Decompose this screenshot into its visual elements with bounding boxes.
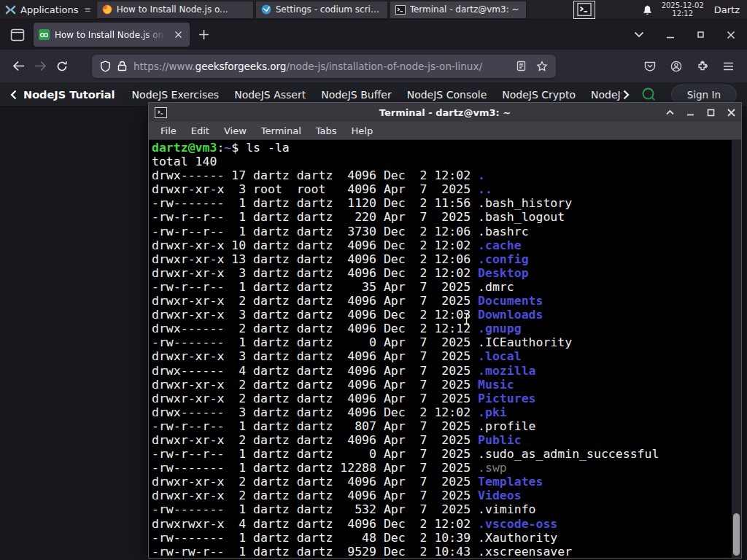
file-name: .mozilla (478, 364, 535, 378)
minimize-window-button[interactable] (686, 109, 694, 116)
url-bar[interactable]: https://www.geeksforgeeks.org/node-js/in… (92, 55, 556, 78)
terminal-listing-line: drwx------ 4 dartz dartz 4096 Apr 7 2025… (152, 364, 741, 378)
pocket-icon[interactable] (644, 61, 656, 71)
terminal-scrollbar[interactable] (732, 140, 741, 558)
notification-bell-icon[interactable] (642, 4, 653, 15)
terminal-menu-help[interactable]: Help (344, 125, 381, 136)
nav-item[interactable]: NodeJS Exercises (132, 89, 220, 101)
scrollbar-thumb[interactable] (733, 513, 740, 556)
file-name: .bash_logout (478, 210, 565, 224)
terminal-listing-line: drwxr-xr-x 3 dartz dartz 4096 Apr 7 2025… (152, 349, 741, 363)
terminal-menu-tabs[interactable]: Tabs (309, 125, 344, 136)
extensions-puzzle-icon[interactable] (697, 61, 708, 72)
chevron-right-icon[interactable] (623, 90, 630, 100)
file-name: .cache (478, 238, 522, 252)
terminal-menu-view[interactable]: View (217, 125, 254, 136)
terminal-listing-line: -rw-r--r-- 1 dartz dartz 35 Apr 7 2025 .… (152, 280, 741, 294)
file-name: .bashrc (478, 225, 529, 238)
panel-clock[interactable]: 2025-12-02 12:12 (662, 1, 704, 18)
clock-time: 12:12 (662, 9, 704, 18)
terminal-listing-line: drwxrwxr-x 4 dartz dartz 4096 Dec 2 12:0… (152, 517, 741, 531)
close-window-button[interactable] (727, 109, 735, 117)
nav-item[interactable]: NodeJS Console (407, 89, 487, 101)
terminal-listing-line: drwxr-xr-x 10 dartz dartz 4096 Dec 2 12:… (152, 238, 741, 252)
terminal-window: Terminal - dartz@vm3: ~ FileEditViewTerm… (148, 102, 742, 559)
tray-terminal-icon[interactable] (573, 1, 595, 19)
bookmark-star-icon[interactable] (536, 61, 548, 72)
tab-list-chevron-icon[interactable] (634, 31, 644, 38)
codium-icon (261, 4, 271, 15)
terminal-menu-terminal[interactable]: Terminal (254, 125, 309, 136)
maximize-window-button[interactable] (707, 109, 715, 117)
file-name: .ICEauthority (478, 335, 572, 349)
tab-close-icon[interactable] (171, 28, 185, 42)
taskbar-button-label: How to Install Node.js o... (117, 4, 228, 15)
firefox-view-icon[interactable] (10, 28, 25, 42)
reload-button[interactable] (51, 55, 73, 77)
nav-back-label: NodeJS Tutorial (23, 89, 115, 101)
file-name: .dmrc (478, 280, 514, 294)
account-icon[interactable] (670, 61, 682, 72)
search-icon[interactable] (641, 87, 657, 102)
forward-button[interactable] (29, 55, 51, 77)
url-text: https://www.geeksforgeeks.org/node-js/in… (133, 61, 510, 72)
file-name: . (478, 168, 485, 182)
terminal-icon (395, 5, 406, 15)
browser-toolbar: https://www.geeksforgeeks.org/node-js/in… (0, 50, 747, 82)
terminal-listing-line: -rw-r--r-- 1 dartz dartz 0 Apr 7 2025 .s… (152, 447, 741, 461)
file-name: .swp (478, 461, 507, 475)
back-button[interactable] (7, 55, 29, 77)
url-path: /node-js/installation-of-node-js-on-linu… (286, 61, 482, 72)
terminal-window-title: Terminal - dartz@vm3: ~ (149, 107, 741, 118)
panel-user-label[interactable]: Dartz (714, 4, 740, 15)
tab-title: How to Install Node.js on (55, 30, 166, 40)
terminal-titlebar[interactable]: Terminal - dartz@vm3: ~ (149, 103, 741, 122)
file-name: .xscreensaver (478, 545, 572, 558)
shade-window-button[interactable] (666, 109, 674, 115)
nav-back-tutorial[interactable]: NodeJS Tutorial (10, 89, 115, 101)
terminal-listing-line: drwxr-xr-x 2 dartz dartz 4096 Apr 7 2025… (152, 392, 741, 405)
terminal-menu-edit[interactable]: Edit (184, 125, 217, 136)
terminal-listing-line: -rw-r--r-- 1 dartz dartz 807 Apr 7 2025 … (152, 419, 741, 433)
nav-item[interactable]: NodeJS Assert (234, 89, 306, 101)
prompt-user-host: dartz@vm3 (152, 141, 217, 155)
terminal-screen[interactable]: dartz@vm3:~$ ls -la total 140 drwx------… (149, 140, 741, 558)
file-name: .local (478, 349, 522, 363)
terminal-listing-line: -rw------- 1 dartz dartz 48 Dec 2 10:39 … (152, 531, 741, 545)
window-close-button[interactable] (727, 31, 735, 39)
terminal-listing-line: -rw-rw-r-- 1 dartz dartz 9529 Dec 2 10:4… (152, 545, 741, 558)
reader-mode-icon[interactable] (516, 61, 526, 71)
terminal-listing-line: -rw-r--r-- 1 dartz dartz 220 Apr 7 2025 … (152, 210, 741, 224)
applications-menu-button[interactable]: Applications ≡ (0, 0, 96, 19)
window-maximize-button[interactable] (697, 31, 705, 39)
file-name: .bash_history (478, 196, 572, 210)
file-name: .Xauthority (478, 531, 557, 545)
padlock-icon[interactable] (117, 61, 127, 71)
file-name: .. (478, 182, 492, 196)
new-tab-button[interactable] (198, 29, 209, 40)
file-name: .gnupg (478, 322, 522, 335)
terminal-listing-line: drwx------ 3 dartz dartz 4096 Dec 2 12:0… (152, 405, 741, 419)
taskbar-button-terminal[interactable]: Terminal - dartz@vm3: ~ (390, 1, 527, 19)
url-scheme: https://www. (133, 61, 196, 72)
nav-item[interactable]: NodeJS Buffer (321, 89, 392, 101)
taskbar-button-firefox[interactable]: How to Install Node.js o... (96, 1, 254, 19)
nav-item[interactable]: NodeJS DNS (591, 89, 622, 101)
hamburger-menu-icon[interactable] (723, 62, 734, 71)
file-name: .config (478, 252, 529, 266)
file-name: Documents (478, 294, 543, 308)
top-panel: Applications ≡ How to Install Node.js o.… (0, 0, 747, 20)
taskbar-button-codium[interactable]: Settings - codium script... (255, 1, 388, 19)
nav-item[interactable]: NodeJS Crypto (502, 89, 576, 101)
system-tray: 2025-12-02 12:12 Dartz (573, 1, 747, 19)
file-name: Downloads (478, 308, 543, 322)
window-minimize-button[interactable] (666, 31, 675, 39)
mouse-cursor-ibeam (462, 312, 471, 325)
file-name: Videos (478, 489, 522, 502)
firefox-icon (102, 4, 112, 15)
tracking-shield-icon[interactable] (100, 61, 111, 72)
file-name: Desktop (478, 266, 529, 280)
terminal-listing-line: -rw------- 1 dartz dartz 1120 Dec 2 11:5… (152, 196, 741, 210)
terminal-menu-file[interactable]: File (153, 125, 184, 136)
browser-tab[interactable]: How to Install Node.js on (34, 23, 190, 47)
